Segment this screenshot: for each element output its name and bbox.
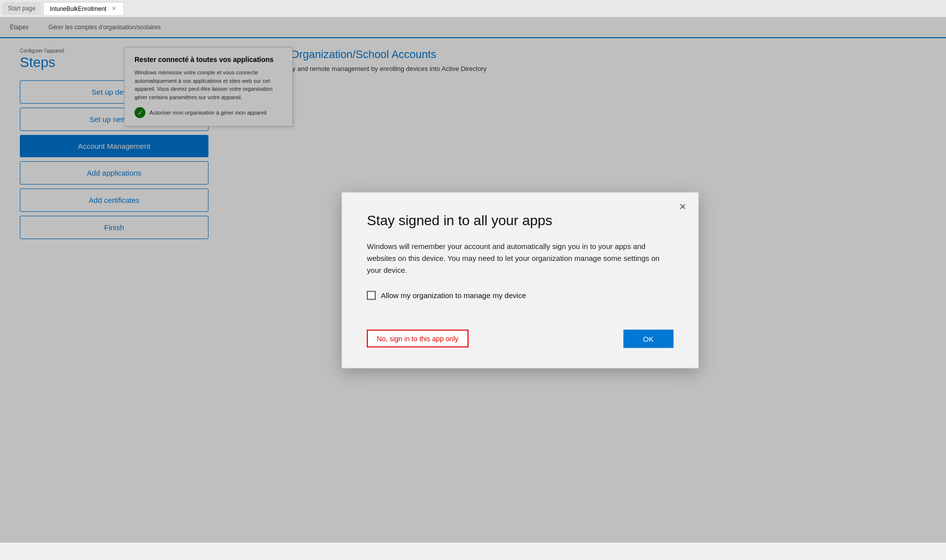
modal-checkbox-label: Allow my organization to manage my devic… xyxy=(381,291,526,300)
tab-bar: Start page IntuneBulkEnrollment ✕ xyxy=(0,0,946,17)
modal-checkbox[interactable] xyxy=(367,291,376,300)
modal-checkbox-row: Allow my organization to manage my devic… xyxy=(367,291,674,300)
tab-start[interactable]: Start page xyxy=(2,2,41,15)
no-sign-in-button[interactable]: No, sign in to this app only xyxy=(367,330,468,348)
modal-body-text: Windows will remember your account and a… xyxy=(367,240,674,276)
tab-intune-label: IntuneBulkEnrollment xyxy=(50,5,106,12)
modal-dialog: ✕ Stay signed in to all your apps Window… xyxy=(341,192,699,368)
modal-title: Stay signed in to all your apps xyxy=(367,212,674,228)
browser-chrome: Start page IntuneBulkEnrollment ✕ xyxy=(0,0,946,17)
tab-start-label: Start page xyxy=(8,5,35,12)
tab-close-icon[interactable]: ✕ xyxy=(110,5,118,12)
modal-footer: No, sign in to this app only OK xyxy=(367,329,674,348)
modal-close-button[interactable]: ✕ xyxy=(676,199,689,213)
browser-content: Étapes Gérer les comptes d'organisation/… xyxy=(0,17,946,543)
ok-button[interactable]: OK xyxy=(623,329,674,348)
tab-intune[interactable]: IntuneBulkEnrollment ✕ xyxy=(43,2,124,15)
